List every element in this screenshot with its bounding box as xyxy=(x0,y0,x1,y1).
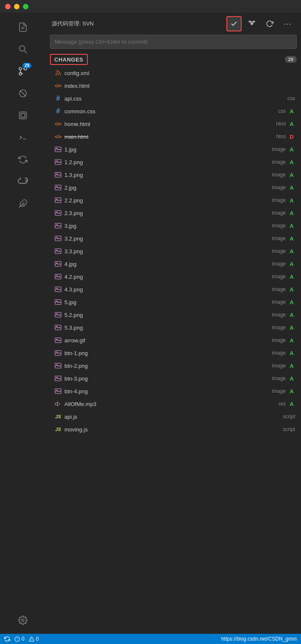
sidebar-icon-remote[interactable] xyxy=(13,105,33,126)
list-item[interactable]: 2.jpgimageA xyxy=(46,181,301,194)
sidebar-icon-nosymbol[interactable] xyxy=(13,83,33,104)
sidebar-icon-files[interactable] xyxy=(13,17,33,37)
file-name: home.html xyxy=(64,121,272,127)
dot-green[interactable] xyxy=(23,4,28,9)
list-item[interactable]: btn-4.pngimageA xyxy=(46,385,301,398)
file-status: A xyxy=(288,337,295,344)
list-item[interactable]: #api.csscss xyxy=(46,92,301,105)
image-icon xyxy=(54,235,62,242)
commit-button[interactable] xyxy=(226,16,242,31)
list-item[interactable]: </>index.html xyxy=(46,79,301,92)
list-item[interactable]: </>home.htmlhtmlA xyxy=(46,118,301,130)
status-url[interactable]: https://blog.csdn.net/CSDN_gmm xyxy=(221,636,297,642)
list-item[interactable]: btn-2.pngimageA xyxy=(46,359,301,372)
image-icon xyxy=(54,273,62,280)
image-icon xyxy=(54,324,62,331)
file-type-label: script xyxy=(283,426,295,432)
list-item[interactable]: 4.3.pngimageA xyxy=(46,283,301,296)
main-layout: 29 xyxy=(0,13,301,634)
list-item[interactable]: 2.2.pngimageA xyxy=(46,194,301,207)
status-sync[interactable] xyxy=(4,636,10,642)
sidebar-icon-terminal[interactable] xyxy=(13,127,33,148)
svg-marker-59 xyxy=(55,402,58,406)
commit-input-area xyxy=(46,35,301,52)
sidebar-icon-refresh[interactable] xyxy=(13,149,33,170)
list-item[interactable]: </>main.htmlhtmlD xyxy=(46,130,301,143)
file-status: A xyxy=(288,375,295,382)
list-item[interactable]: btn-1.pngimageA xyxy=(46,347,301,359)
list-item[interactable]: 1.jpgimageA xyxy=(46,143,301,156)
image-icon xyxy=(54,286,62,293)
scm-title: 源代码管理: SVN xyxy=(52,20,226,28)
svg-point-2 xyxy=(20,46,25,51)
file-status: A xyxy=(288,172,295,178)
image-icon xyxy=(54,146,62,153)
list-item[interactable]: JSmoving.jsscript xyxy=(46,423,301,436)
list-item[interactable]: 5.3.pngimageA xyxy=(46,321,301,334)
list-item[interactable]: config.xml xyxy=(46,67,301,79)
more-options-button[interactable]: ··· xyxy=(280,16,295,31)
sync-branch-button[interactable] xyxy=(244,16,259,31)
status-errors[interactable]: 0 xyxy=(14,636,25,642)
file-status: A xyxy=(288,325,295,331)
file-status: A xyxy=(288,274,295,280)
image-icon xyxy=(54,362,62,370)
commit-message-input[interactable] xyxy=(50,35,297,49)
list-item[interactable]: 3.2.pngimageA xyxy=(46,232,301,245)
file-status: A xyxy=(288,108,295,115)
sidebar-icon-scm[interactable]: 29 xyxy=(13,61,33,81)
file-name: 3.2.png xyxy=(64,235,268,242)
list-item[interactable]: 1.3.pngimageA xyxy=(46,168,301,181)
list-item[interactable]: 5.2.pngimageA xyxy=(46,308,301,321)
image-icon xyxy=(54,387,62,395)
file-name: 1.3.png xyxy=(64,172,268,178)
list-item[interactable]: 2.3.pngimageA xyxy=(46,207,301,219)
file-type-label: image xyxy=(272,248,286,254)
rss-icon xyxy=(54,69,62,77)
refresh-button[interactable] xyxy=(262,16,277,31)
css-icon: # xyxy=(54,95,62,102)
image-icon xyxy=(54,209,62,217)
file-type-label: image xyxy=(272,363,286,369)
js-icon: JS xyxy=(54,426,62,433)
list-item[interactable]: AllOfMe.mp3resA xyxy=(46,398,301,410)
file-name: 5.2.png xyxy=(64,312,268,318)
file-type-label: css xyxy=(278,108,286,114)
file-status: A xyxy=(288,350,295,356)
list-item[interactable]: 4.2.pngimageA xyxy=(46,270,301,283)
svg-point-18 xyxy=(56,75,56,75)
file-status: A xyxy=(288,363,295,369)
file-type-label: image xyxy=(272,375,286,381)
list-item[interactable]: 4.jpgimageA xyxy=(46,258,301,270)
dot-yellow[interactable] xyxy=(14,4,20,9)
file-name: api.js xyxy=(64,414,279,420)
list-item[interactable]: btn-3.pngimageA xyxy=(46,372,301,385)
js-icon: JS xyxy=(54,413,62,420)
sidebar-icon-extensions[interactable] xyxy=(13,193,33,214)
dot-red[interactable] xyxy=(5,4,11,9)
list-item[interactable]: #common.csscssA xyxy=(46,105,301,118)
html-icon: </> xyxy=(54,120,62,128)
status-left: 0 0 xyxy=(4,636,39,642)
file-name: btn-3.png xyxy=(64,375,268,382)
list-item[interactable]: JSapi.jsscript xyxy=(46,410,301,423)
list-item[interactable]: arrow.gifimageA xyxy=(46,334,301,347)
status-warnings[interactable]: 0 xyxy=(29,636,39,642)
file-list: config.xml</>index.html#api.csscss#commo… xyxy=(46,67,301,634)
file-name: common.css xyxy=(64,108,274,115)
file-status: A xyxy=(288,197,295,204)
list-item[interactable]: 1.2.pngimageA xyxy=(46,156,301,168)
sidebar-icon-settings[interactable] xyxy=(13,613,33,634)
file-type-label: script xyxy=(283,414,295,420)
sidebar-icon-cloud[interactable] xyxy=(13,171,33,192)
image-icon xyxy=(54,298,62,306)
sidebar-icon-search[interactable] xyxy=(13,39,33,59)
image-icon xyxy=(54,158,62,166)
file-name: 2.jpg xyxy=(64,185,268,191)
list-item[interactable]: 5.jpgimageA xyxy=(46,296,301,308)
file-type-label: image xyxy=(272,185,286,190)
file-status: A xyxy=(288,248,295,255)
list-item[interactable]: 3.3.pngimageA xyxy=(46,245,301,258)
file-status: A xyxy=(288,312,295,318)
list-item[interactable]: 3.jpgimageA xyxy=(46,219,301,232)
